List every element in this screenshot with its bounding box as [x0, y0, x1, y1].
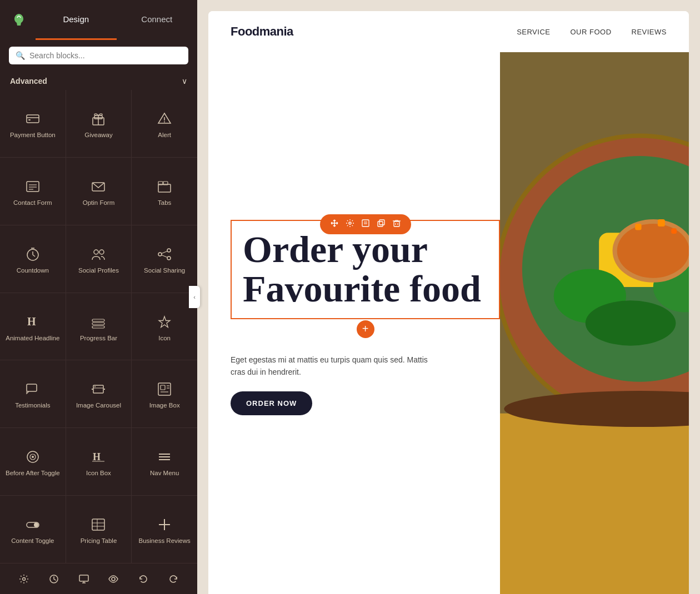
svg-point-21: [99, 250, 104, 254]
nav-link-reviews[interactable]: REVIEWS: [632, 28, 667, 36]
edit-toolbar-icon[interactable]: [361, 219, 370, 230]
svg-rect-0: [27, 115, 39, 123]
headline-element[interactable]: Order your Favourite food: [231, 220, 500, 319]
sidebar-collapse-handle[interactable]: ‹: [189, 286, 200, 308]
block-label-tabs: Tabs: [158, 199, 171, 207]
duplicate-toolbar-icon[interactable]: [377, 219, 386, 230]
block-animated-headline[interactable]: H Animated Headline: [0, 293, 66, 360]
tab-design[interactable]: Design: [36, 0, 117, 40]
cta-button[interactable]: ORDER NOW: [231, 391, 312, 415]
block-nav-menu[interactable]: Nav Menu: [132, 428, 197, 495]
svg-line-18: [33, 255, 35, 256]
block-label-contact-form: Contact Form: [13, 199, 52, 207]
search-input[interactable]: [29, 51, 182, 60]
nav-link-service[interactable]: SERVICE: [517, 28, 550, 36]
alert-icon: [156, 110, 173, 128]
settings-icon[interactable]: [15, 570, 33, 588]
block-icon-box[interactable]: H Icon Box: [66, 428, 132, 495]
block-label-image-box: Image Box: [149, 401, 180, 410]
block-label-content-toggle: Content Toggle: [11, 537, 54, 545]
hero-description: Eget egestas mi at mattis eu turpis quam…: [231, 354, 442, 379]
svg-rect-29: [92, 323, 104, 325]
tab-connect[interactable]: Connect: [117, 0, 198, 40]
svg-rect-13: [158, 184, 171, 192]
hero-headline: Order your Favourite food: [243, 230, 488, 309]
search-wrap: 🔍: [9, 47, 188, 64]
sidebar-tabs: Design Connect: [36, 0, 197, 40]
history-icon[interactable]: [45, 570, 63, 588]
svg-rect-87: [671, 228, 677, 234]
progress-bar-icon: [89, 313, 107, 331]
block-social-profiles[interactable]: Social Profiles: [66, 225, 132, 293]
redo-icon[interactable]: [164, 570, 182, 588]
block-testimonials[interactable]: Testimonials: [0, 360, 66, 427]
testimonials-icon: [24, 380, 42, 398]
chevron-down-icon[interactable]: ∨: [182, 77, 187, 85]
block-countdown[interactable]: Countdown: [0, 225, 66, 293]
block-label-optin-form: Optin Form: [83, 199, 115, 207]
block-alert[interactable]: Alert: [132, 90, 197, 157]
svg-rect-28: [92, 319, 104, 321]
sidebar-bottom-bar: [0, 563, 197, 594]
nav-links: SERVICE OUR FOOD REVIEWS: [517, 28, 667, 36]
business-reviews-icon: [156, 516, 173, 533]
block-label-payment-button: Payment Button: [10, 131, 56, 139]
block-label-before-after-toggle: Before After Toggle: [6, 469, 60, 477]
block-progress-bar[interactable]: Progress Bar: [66, 293, 132, 360]
contact-form-icon: [24, 178, 42, 195]
svg-text:H: H: [27, 315, 36, 328]
pricing-table-icon: [89, 516, 107, 533]
block-label-progress-bar: Progress Bar: [80, 334, 117, 343]
block-payment-button[interactable]: Payment Button: [0, 90, 66, 157]
optin-form-icon: [89, 178, 107, 195]
block-content-toggle[interactable]: Content Toggle: [0, 496, 66, 563]
block-giveaway[interactable]: Giveaway: [66, 90, 132, 157]
svg-point-57: [22, 577, 25, 580]
svg-rect-37: [161, 385, 165, 390]
svg-rect-67: [378, 222, 383, 226]
svg-rect-86: [658, 219, 665, 226]
block-label-nav-menu: Nav Menu: [150, 469, 179, 477]
block-image-box[interactable]: Image Box: [132, 360, 197, 427]
svg-rect-74: [500, 414, 689, 594]
main-content: Foodmania SERVICE OUR FOOD REVIEWS: [197, 0, 700, 594]
block-label-social-sharing: Social Sharing: [144, 266, 185, 275]
block-social-sharing[interactable]: Social Sharing: [132, 225, 197, 293]
settings-toolbar-icon[interactable]: [346, 219, 354, 230]
element-toolbar: [320, 214, 411, 234]
block-business-reviews[interactable]: Business Reviews: [132, 496, 197, 563]
nav-link-our-food[interactable]: OUR FOOD: [570, 28, 611, 36]
add-element-button[interactable]: +: [356, 319, 376, 339]
move-icon[interactable]: [330, 219, 339, 230]
food-bowl-illustration: [500, 52, 689, 594]
social-sharing-icon: [156, 245, 173, 263]
block-label-business-reviews: Business Reviews: [138, 537, 190, 545]
image-box-icon: [156, 380, 173, 398]
block-optin-form[interactable]: Optin Form: [66, 158, 132, 225]
undo-icon[interactable]: [134, 570, 152, 588]
search-icon: 🔍: [16, 51, 25, 60]
svg-point-22: [167, 249, 171, 252]
headline-wrapper: Order your Favourite food +: [231, 220, 500, 328]
block-contact-form[interactable]: Contact Form: [0, 158, 66, 225]
sidebar-header: Design Connect: [0, 0, 197, 40]
block-label-pricing-table: Pricing Table: [81, 537, 117, 545]
block-tabs[interactable]: Tabs: [132, 158, 197, 225]
social-profiles-icon: [89, 245, 107, 263]
preview-nav: Foodmania SERVICE OUR FOOD REVIEWS: [208, 11, 689, 52]
block-before-after-toggle[interactable]: Before After Toggle: [0, 428, 66, 495]
svg-point-24: [158, 253, 162, 256]
before-after-toggle-icon: [24, 448, 42, 466]
delete-toolbar-icon[interactable]: [392, 219, 401, 230]
blocks-grid: Payment Button Giveaway Alert Contact Fo…: [0, 90, 197, 563]
block-image-carousel[interactable]: Image Carousel: [66, 360, 132, 427]
image-carousel-icon: [89, 380, 107, 398]
preview-icon[interactable]: [104, 570, 122, 588]
app-logo: [9, 10, 29, 30]
block-icon[interactable]: Icon: [132, 293, 197, 360]
svg-rect-69: [394, 222, 399, 226]
block-pricing-table[interactable]: Pricing Table: [66, 496, 132, 563]
countdown-icon: [24, 245, 42, 263]
desktop-icon[interactable]: [75, 570, 93, 588]
block-label-countdown: Countdown: [17, 266, 49, 275]
